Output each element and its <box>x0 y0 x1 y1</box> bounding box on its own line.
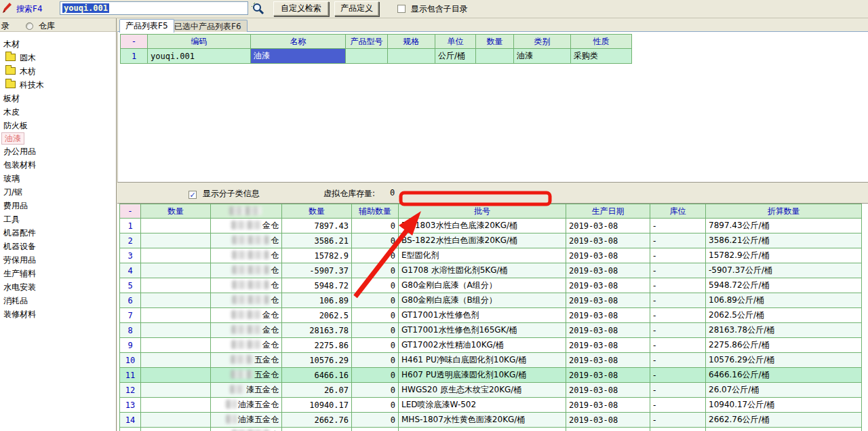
tree-item[interactable]: 劳保用品 <box>0 253 116 267</box>
stock-cell-date[interactable]: 2019-03-08 <box>566 323 650 338</box>
product-cell-num[interactable]: 1 <box>121 49 148 64</box>
stock-cell-num[interactable]: 15 <box>120 428 141 431</box>
stock-cell-conv[interactable]: 10940.17公斤/桶 <box>706 398 862 413</box>
stock-cell-qty1[interactable] <box>141 398 211 413</box>
search-input[interactable]: youqi.001 <box>60 1 248 15</box>
stock-cell-aux[interactable]: 0 <box>352 398 399 413</box>
stock-row[interactable]: 12漆五金仓26.070HWGS20 原生态木纹宝20KG/桶2019-03-0… <box>120 383 862 398</box>
stock-cell-conv[interactable]: 2062.5公斤/桶 <box>706 308 862 323</box>
stock-row[interactable]: 14油漆五金仓2662.760MHS-1807水性黄色面漆20KG/桶2019-… <box>120 413 862 428</box>
stock-col-header[interactable]: 库位 <box>650 204 706 219</box>
stock-cell-qty1[interactable] <box>141 353 211 368</box>
stock-cell-date[interactable] <box>566 428 650 431</box>
stock-cell-qty1[interactable] <box>141 293 211 308</box>
stock-cell-num[interactable]: 4 <box>120 263 141 278</box>
product-cell-name[interactable]: 油漆 <box>251 49 346 64</box>
stock-col-header[interactable]: 辅助数量 <box>352 204 399 219</box>
stock-cell-num[interactable]: 11 <box>120 368 141 383</box>
stock-cell-conv[interactable]: 3586.21公斤/桶 <box>706 233 862 248</box>
stock-cell-aux[interactable]: 0 <box>352 338 399 353</box>
stock-row[interactable]: 11五金仓6466.160H607 PU透明底漆固化剂10KG/桶2019-03… <box>120 368 862 383</box>
stock-cell-aux[interactable]: 0 <box>352 278 399 293</box>
stock-cell-date[interactable]: 2019-03-08 <box>566 263 650 278</box>
stock-cell-qty1[interactable] <box>141 413 211 428</box>
tree-item[interactable]: 防火板 <box>0 119 116 132</box>
stock-cell-qty1[interactable] <box>141 383 211 398</box>
stock-cell-num[interactable]: 1 <box>120 219 141 233</box>
stock-cell-conv[interactable]: 10576.29公斤/桶 <box>706 353 862 368</box>
tree-item[interactable]: 办公用品 <box>0 145 116 158</box>
tree-item[interactable]: 木枋 <box>0 64 116 78</box>
stock-row[interactable]: 8金仓28163.780GT17001水性修色剂165GK/桶2019-03-0… <box>120 323 862 338</box>
stock-cell-aux[interactable]: 0 <box>352 219 399 233</box>
stock-row[interactable]: 1金仓7897.430BS-1803水性白色底漆20KG/桶2019-03-08… <box>120 219 862 233</box>
stock-row[interactable]: 10五金仓10576.290H461 PU净味白底固化剂10KG/桶2019-0… <box>120 353 862 368</box>
stock-cell-batch[interactable]: GT17002水性精油10KG/桶 <box>399 338 566 353</box>
stock-cell-warehouse[interactable]: 漆五金仓 <box>211 383 282 398</box>
stock-cell-loc[interactable]: - <box>650 338 706 353</box>
stock-row[interactable]: 9金仓2275.860GT17002水性精油10KG/桶2019-03-08-2… <box>120 338 862 353</box>
stock-cell-date[interactable]: 2019-03-08 <box>566 233 650 248</box>
stock-col-header[interactable]: 数量 <box>282 204 352 219</box>
tree-item[interactable]: 水电安装 <box>0 280 116 294</box>
product-col-header[interactable]: 编码 <box>148 35 251 49</box>
stock-row[interactable]: 4仓-5907.370G1708 水溶性固化剂5KG/桶2019-03-08--… <box>120 263 862 278</box>
stock-cell-loc[interactable] <box>650 428 706 431</box>
tree-item[interactable]: 科技木 <box>0 78 116 92</box>
stock-cell-conv[interactable]: 2275.86公斤/桶 <box>706 338 862 353</box>
tree-item[interactable]: 工具 <box>0 212 116 226</box>
stock-cell-qty[interactable]: -5907.37 <box>282 263 352 278</box>
stock-cell-warehouse[interactable]: 仓 <box>211 233 282 248</box>
stock-cell-num[interactable]: 12 <box>120 383 141 398</box>
stock-cell-num[interactable]: 2 <box>120 233 141 248</box>
product-cell-code[interactable]: youqi.001 <box>148 49 251 64</box>
stock-col-header[interactable]: 批号 <box>399 204 566 219</box>
tree-item[interactable]: 生产辅料 <box>0 267 116 280</box>
stock-cell-batch[interactable]: E型固化剂 <box>399 248 566 263</box>
stock-cell-batch[interactable] <box>399 428 566 431</box>
stock-cell-date[interactable]: 2019-03-08 <box>566 308 650 323</box>
stock-cell-qty1[interactable] <box>141 338 211 353</box>
stock-col-header[interactable]: - <box>120 204 141 219</box>
stock-cell-warehouse[interactable]: 油漆五金仓 <box>211 413 282 428</box>
stock-cell-aux[interactable]: 0 <box>352 413 399 428</box>
stock-cell-conv[interactable]: -5907.37公斤/桶 <box>706 263 862 278</box>
product-col-header[interactable]: 产品型号 <box>346 35 388 49</box>
stock-cell-conv[interactable]: 28163.78公斤/桶 <box>706 323 862 338</box>
stock-cell-date[interactable]: 2019-03-08 <box>566 248 650 263</box>
warehouse-radio[interactable] <box>26 22 33 30</box>
stock-cell-loc[interactable]: - <box>650 413 706 428</box>
search-magnifier-icon[interactable] <box>252 2 267 16</box>
stock-cell-loc[interactable]: - <box>650 398 706 413</box>
stock-cell-date[interactable]: 2019-03-08 <box>566 219 650 233</box>
stock-cell-batch[interactable]: BS-1803水性白色底漆20KG/桶 <box>399 219 566 233</box>
stock-cell-aux[interactable]: 0 <box>352 383 399 398</box>
stock-cell-num[interactable]: 9 <box>120 338 141 353</box>
stock-cell-batch[interactable]: H461 PU净味白底固化剂10KG/桶 <box>399 353 566 368</box>
stock-row[interactable]: 3仓15782.90E型固化剂2019-03-08-15782.9公斤/桶 <box>120 248 862 263</box>
stock-cell-date[interactable]: 2019-03-08 <box>566 353 650 368</box>
stock-row[interactable]: 6仓106.890G80金刚白底漆（B组分）2019-03-08-106.89公… <box>120 293 862 308</box>
stock-cell-conv[interactable]: 2662.76公斤/桶 <box>706 413 862 428</box>
stock-cell-batch[interactable]: G80金刚白底漆（A组分） <box>399 278 566 293</box>
stock-cell-batch[interactable]: BS-1822水性白色面漆20KG/桶 <box>399 233 566 248</box>
stock-cell-loc[interactable]: - <box>650 219 706 233</box>
stock-cell-num[interactable]: 13 <box>120 398 141 413</box>
stock-cell-warehouse[interactable]: 仓 <box>211 278 282 293</box>
show-subclass-checkbox[interactable]: ✓ <box>189 191 197 199</box>
product-define-button[interactable]: 产品定义 <box>334 1 379 16</box>
stock-cell-date[interactable]: 2019-03-08 <box>566 293 650 308</box>
stock-row[interactable]: 5仓5948.720G80金刚白底漆（A组分）2019-03-08-5948.7… <box>120 278 862 293</box>
tree-item[interactable]: 机器设备 <box>0 240 116 253</box>
tree-item[interactable]: 装修材料 <box>0 307 116 321</box>
tree-item[interactable]: 费用品 <box>0 199 116 212</box>
stock-cell-batch[interactable]: HWGS20 原生态木纹宝20KG/桶 <box>399 383 566 398</box>
product-col-header[interactable]: 规格 <box>388 35 435 49</box>
stock-cell-loc[interactable]: - <box>650 233 706 248</box>
stock-cell-loc[interactable]: - <box>650 323 706 338</box>
stock-cell-qty[interactable]: 6466.16 <box>282 368 352 383</box>
stock-cell-loc[interactable]: - <box>650 248 706 263</box>
stock-cell-warehouse[interactable]: 金仓 <box>211 308 282 323</box>
tree-item[interactable]: 机器配件 <box>0 226 116 240</box>
stock-cell-date[interactable]: 2019-03-08 <box>566 383 650 398</box>
